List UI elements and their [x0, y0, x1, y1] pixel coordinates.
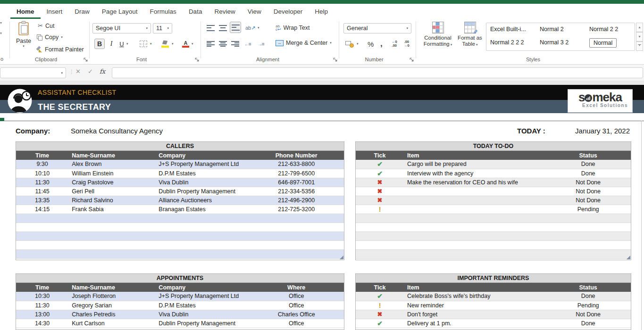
cell[interactable]: Done — [545, 319, 631, 328]
paste-button[interactable]: Paste ▾ — [14, 21, 33, 48]
cell[interactable]: D.P.M Estates — [155, 169, 249, 178]
column-header[interactable]: Company — [155, 151, 249, 160]
tab-help[interactable]: Help — [309, 4, 334, 19]
worksheet[interactable]: Company: Someka Consultancy Agency TODAY… — [0, 113, 644, 330]
cell[interactable]: 14:15 — [16, 205, 68, 214]
tab-page-layout[interactable]: Page Layout — [96, 4, 144, 19]
accounting-chevron-icon[interactable]: ▾ — [357, 39, 359, 49]
copy-chevron-icon[interactable]: ▾ — [61, 35, 63, 39]
cell[interactable]: Charles Petredis — [68, 310, 155, 319]
cell[interactable] — [249, 231, 344, 240]
middle-align-button[interactable] — [219, 23, 227, 33]
cell[interactable]: Viva Dublin — [155, 178, 249, 187]
column-header[interactable]: Item — [404, 283, 545, 292]
cell[interactable] — [16, 249, 68, 258]
underline-button[interactable]: U — [118, 39, 125, 49]
cell[interactable]: 13:35 — [16, 196, 68, 205]
font-name-combo[interactable]: Segoe UI▾ — [92, 23, 151, 33]
table-resize-handle[interactable] — [627, 256, 630, 259]
cell[interactable]: ✖ — [356, 187, 404, 196]
cell[interactable] — [356, 223, 404, 231]
cell[interactable] — [404, 214, 545, 223]
orientation-chevron-icon[interactable]: ▾ — [258, 23, 259, 33]
tab-developer[interactable]: Developer — [268, 4, 309, 19]
cell[interactable]: Kurt Carlson — [68, 319, 155, 328]
merge-center-chevron-icon[interactable]: ▾ — [330, 41, 332, 45]
cell[interactable] — [404, 249, 545, 258]
cell[interactable] — [404, 223, 545, 231]
cell[interactable] — [249, 240, 344, 249]
column-header[interactable]: Item — [404, 151, 545, 160]
table-resize-handle[interactable] — [340, 256, 343, 259]
cell[interactable]: New reminder — [404, 301, 545, 310]
cell[interactable] — [68, 223, 155, 231]
column-header[interactable]: Where — [249, 283, 344, 292]
column-header[interactable]: Company — [155, 283, 249, 292]
cell[interactable] — [155, 231, 249, 240]
cell[interactable]: ✖ — [356, 178, 404, 187]
cell[interactable] — [545, 214, 631, 223]
cell[interactable]: Richard Salvino — [68, 196, 155, 205]
edge-chevron-icon[interactable]: ▾ — [0, 31, 2, 35]
decrease-indent-button[interactable]: ←≡ — [244, 39, 251, 49]
column-header[interactable]: Tick — [356, 283, 404, 292]
formula-input[interactable] — [112, 67, 643, 78]
cell[interactable]: 212-334-5356 — [249, 187, 344, 196]
cell[interactable]: Dublin Property Management — [155, 319, 249, 328]
cell[interactable]: Not Done — [545, 178, 631, 187]
cell[interactable]: Craig Pastolove — [68, 178, 155, 187]
style-gallery-item[interactable]: Normal 2 2 2 — [490, 39, 524, 46]
gallery-more-button[interactable]: ▼ — [636, 41, 643, 51]
cell[interactable]: ✖ — [356, 310, 404, 319]
cell[interactable]: Viva Dublin — [155, 310, 249, 319]
cell[interactable]: D.P.M Estates — [155, 301, 249, 310]
column-header[interactable]: Tick — [356, 151, 404, 160]
cell[interactable] — [68, 214, 155, 223]
column-header[interactable]: Phone Number — [249, 151, 344, 160]
cell[interactable]: Office — [249, 301, 344, 310]
accounting-format-button[interactable] — [345, 39, 354, 49]
cell[interactable] — [356, 231, 404, 240]
borders-chevron-icon[interactable]: ▾ — [150, 39, 152, 49]
cell[interactable] — [249, 223, 344, 231]
wrap-text-button[interactable]: abc↩ Wrap Text — [276, 25, 309, 31]
cell[interactable] — [68, 240, 155, 249]
cell[interactable]: ✔ — [356, 292, 404, 301]
name-box-chevron-icon[interactable]: ▾ — [61, 71, 63, 75]
cell[interactable]: Not Done — [545, 310, 631, 319]
cell[interactable]: ✔ — [356, 319, 404, 328]
underline-chevron-icon[interactable]: ▾ — [126, 39, 128, 49]
cell[interactable]: Frank Sabia — [68, 205, 155, 214]
cell[interactable]: Don't forget — [404, 310, 545, 319]
cell[interactable] — [16, 223, 68, 231]
number-format-combo[interactable]: General▾ — [343, 23, 411, 33]
number-dialog-launcher[interactable] — [409, 57, 414, 62]
today-value[interactable]: January 31, 2022 — [559, 127, 630, 135]
borders-button[interactable] — [140, 39, 147, 49]
cell[interactable] — [404, 187, 545, 196]
cell[interactable]: ✔ — [356, 169, 404, 178]
percent-style-button[interactable]: % — [368, 39, 374, 49]
tab-view[interactable]: View — [242, 4, 268, 19]
format-painter-button[interactable]: Format Painter — [36, 46, 84, 53]
cell[interactable]: Charles Office — [249, 310, 344, 319]
paste-chevron-icon[interactable]: ▾ — [14, 44, 33, 48]
align-right-button[interactable] — [231, 39, 239, 49]
column-header[interactable]: Time — [16, 283, 68, 292]
cell[interactable]: 10:30 — [16, 292, 68, 301]
cell[interactable]: ✔ — [356, 160, 404, 169]
cell[interactable]: Alliance Auctioneers — [155, 196, 249, 205]
fill-color-button[interactable] — [161, 39, 169, 49]
cell[interactable]: Interview with the agency — [404, 169, 545, 178]
bottom-align-button[interactable] — [230, 22, 241, 33]
cell[interactable]: Make the reservation for CEO and his wif… — [404, 178, 545, 187]
top-align-button[interactable] — [207, 23, 215, 33]
cell[interactable]: 13:00 — [16, 310, 68, 319]
gallery-scroll-up[interactable]: ▲ — [636, 23, 643, 32]
cell[interactable]: 14:30 — [16, 319, 68, 328]
cell[interactable]: Joseph Flotteron — [68, 292, 155, 301]
cell[interactable]: 212-496-2900 — [249, 196, 344, 205]
decrease-decimal-button[interactable]: .00→0 — [404, 39, 410, 49]
cell[interactable]: ! — [356, 205, 404, 214]
cut-button[interactable]: ✂ Cut — [38, 22, 54, 29]
